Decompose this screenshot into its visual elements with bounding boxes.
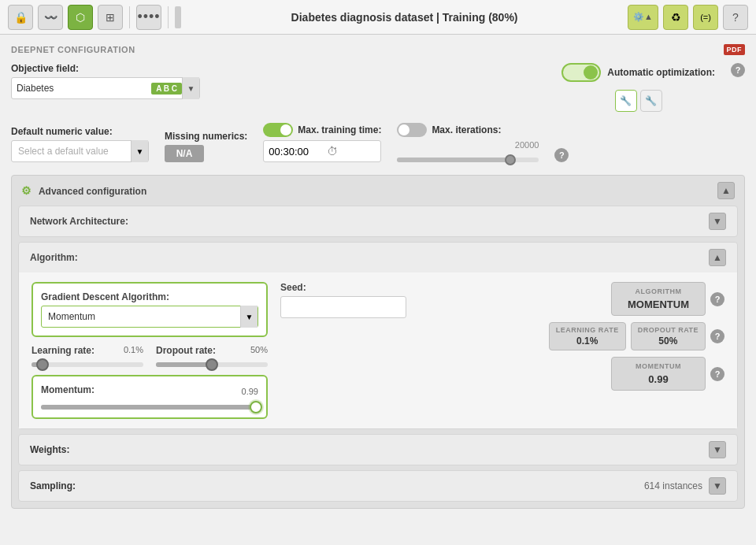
config-row-2: Default numeric value: Select a default … [11,123,745,162]
learning-rate-label: Learning rate: [32,345,94,356]
max-iterations-knob [398,124,410,135]
network-architecture-header[interactable]: Network Architecture: ▼ [19,206,737,236]
algo-left-col: Gradient Descent Algorithm: Momentum ▼ [32,282,268,419]
divider-2 [168,6,169,28]
auto-opt-row: Automatic optimization: [561,63,715,82]
default-numeric-arrow[interactable]: ▼ [131,140,148,162]
dr-label-row: Dropout rate: 50% [156,345,268,359]
max-training-group: Max. training time: ⏱ [263,123,381,162]
max-iterations-slider[interactable] [397,158,539,162]
algorithm-help[interactable]: ? [710,292,724,306]
pdf-icon[interactable]: PDF [724,44,746,55]
network-architecture-collapse[interactable]: ▼ [709,213,726,230]
objective-field-value: Diabetes [12,83,146,94]
network-architecture-section: Network Architecture: ▼ [18,206,738,237]
waves-icon[interactable]: 〰️ [38,5,63,30]
algorithm-card-label: AlGoritHM [620,287,697,295]
time-input-field[interactable] [269,146,324,158]
refresh-button[interactable]: ♻ [663,5,688,30]
lr-card-label: LEARNING RATE [556,326,619,334]
toolbar-title: Diabetes diagnosis dataset | Training (8… [186,11,623,24]
algorithm-card-value: MOMENTUM [620,298,697,310]
max-iterations-value: 20000 [397,140,539,150]
gradient-descent-select[interactable]: Momentum ▼ [41,306,258,328]
algorithm-label: Algorithm: [30,252,78,263]
help-button[interactable]: ? [723,5,748,30]
lock-icon[interactable]: 🔒 [8,5,33,30]
momentum-label: Momentum: [41,384,94,395]
max-iterations-toggle[interactable] [397,123,427,137]
auto-opt-icon-2[interactable]: 🔧 [640,90,662,112]
sampling-label: Sampling: [30,480,76,491]
seed-input[interactable] [280,296,406,318]
layers-icon[interactable]: ⊞ [98,5,123,30]
toggle-icons-row: 🔧 🔧 [615,90,662,112]
dots-icon[interactable]: •••• [136,5,161,30]
momentum-box: Momentum: 0.99 [32,375,268,419]
default-numeric-select[interactable]: Select a default value ▼ [11,140,149,162]
missing-numerics-label: Missing numerics: [165,131,247,142]
main-content: DEEPNET CONFIGURATION PDF Objective fiel… [0,35,756,545]
dr-card: DrOPout RATE 50% [631,322,706,350]
network-icon[interactable]: ⬡ [68,5,93,30]
slider-thumb[interactable] [505,154,516,165]
momentum-label-row: Momentum: 0.99 [41,384,258,399]
objective-field-select[interactable]: Diabetes A B C ▼ [11,77,200,99]
weights-collapse[interactable]: ▼ [709,441,726,458]
gradient-descent-arrow[interactable]: ▼ [240,306,258,328]
advanced-config-label: Advanced configuration [39,186,146,197]
advanced-config-header-left: ⚙ Advanced configuration [21,184,146,197]
weights-header[interactable]: Weights: ▼ [19,435,737,465]
sampling-right: 614 instances ▼ [644,477,726,495]
dropout-rate-track[interactable] [156,362,268,367]
lr-thumb[interactable] [36,358,49,371]
max-iterations-group: Max. iterations: 20000 [397,123,539,162]
weights-label: Weights: [30,444,69,455]
lr-card-value: 0.1% [556,336,619,347]
momentum-thumb[interactable] [250,401,262,413]
max-training-toggle[interactable] [263,123,293,137]
objective-field-label: Objective field: [11,63,200,74]
momentum-help[interactable]: ? [710,367,724,381]
learning-dropout-row: Learning rate: 0.1% [32,345,268,367]
max-training-input[interactable]: ⏱ [263,140,381,162]
section-header: DEEPNET CONFIGURATION PDF [11,44,745,55]
weights-section: Weights: ▼ [18,434,738,465]
objective-field-chevron[interactable]: ▼ [182,77,199,99]
auto-opt-help[interactable]: ? [731,63,745,77]
auto-opt-toggle[interactable] [561,63,601,82]
lr-dr-help[interactable]: ? [710,329,724,343]
momentum-track[interactable] [41,405,258,410]
momentum-value-display: 0.99 [242,387,258,396]
momentum-fill [41,405,256,410]
network-architecture-label: Network Architecture: [30,216,128,227]
algorithm-collapse[interactable]: ▲ [709,249,726,266]
sampling-header[interactable]: Sampling: 614 instances ▼ [19,471,737,501]
default-numeric-placeholder: Select a default value [12,146,131,157]
max-training-knob [280,124,291,135]
slider-fill [397,158,510,162]
config-row2-help[interactable]: ? [554,148,569,162]
default-numeric-group: Default numeric value: Select a default … [11,126,149,162]
momentum-card-label: MOMENTUM [620,362,697,370]
missing-numerics-value: N/A [165,145,204,162]
sampling-collapse[interactable]: ▼ [709,477,726,495]
seed-group: Seed: [280,282,422,318]
settings-button[interactable]: ⚙️▲ [628,5,658,30]
advanced-config-collapse-btn[interactable]: ▲ [717,182,735,199]
lr-card: LEARNING RATE 0.1% [549,322,626,350]
advanced-config-header[interactable]: ⚙ Advanced configuration ▲ [12,176,744,206]
dr-thumb[interactable] [206,358,218,371]
clock-icon: ⏱ [327,145,338,158]
momentum-card-value: 0.99 [620,373,697,385]
learning-rate-track[interactable] [32,362,143,367]
dr-fill [156,362,212,367]
learning-rate-group: Learning rate: 0.1% [32,345,143,367]
algorithm-header[interactable]: Algorithm: ▲ [19,243,737,272]
advanced-config-section: ⚙ Advanced configuration ▲ Network Archi… [11,175,745,509]
formula-button[interactable]: (=) [693,5,718,30]
auto-opt-icon-1[interactable]: 🔧 [615,90,637,112]
progress-bar [175,6,181,28]
max-iterations-label: Max. iterations: [432,124,501,135]
algorithm-section: Algorithm: ▲ Gradient Descent Algorithm:… [18,242,738,429]
